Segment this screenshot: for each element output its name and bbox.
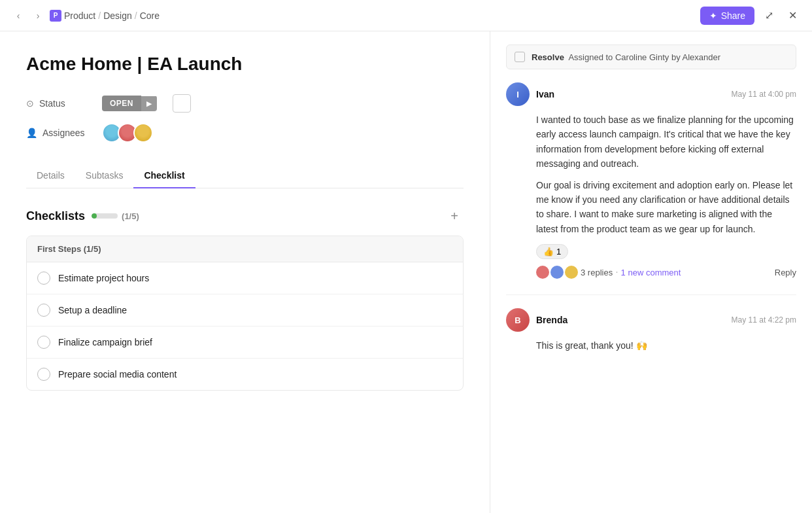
progress-bar	[92, 213, 118, 219]
checklist-item-text-1: Estimate project hours	[58, 273, 149, 283]
avatar-ivan: I	[506, 82, 530, 106]
top-bar: ‹ › P Product / Design / Core ✦ Share ⤢ …	[0, 0, 812, 31]
check-circle-1[interactable]	[37, 272, 50, 285]
replies-section: 3 replies · 1 new comment	[536, 266, 681, 279]
resolve-assigned-text: Assigned to Caroline Ginty by Alexander	[568, 52, 720, 62]
comment-divider	[506, 294, 796, 295]
progress-bar-wrap: (1/5)	[92, 211, 139, 221]
progress-fill	[92, 213, 97, 219]
comment-user-brenda: B Brenda	[506, 308, 567, 332]
reply-button-ivan[interactable]: Reply	[775, 268, 796, 277]
resolve-label: Resolve	[532, 52, 564, 62]
fullscreen-button[interactable]: ⤢	[760, 7, 778, 25]
breadcrumb-core[interactable]: Core	[140, 10, 160, 21]
progress-text: (1/5)	[122, 211, 139, 221]
resolve-checkbox[interactable]	[515, 52, 525, 62]
main-content: Acme Home | EA Launch ⊙ Status OPEN ▶ 👤 …	[0, 31, 812, 513]
close-button[interactable]: ✕	[783, 7, 802, 25]
avatar-brenda: B	[506, 308, 530, 332]
comment-body-p2: Our goal is driving excitement and adopt…	[536, 178, 796, 237]
tab-checklist[interactable]: Checklist	[133, 164, 195, 188]
status-icon: ⊙	[26, 98, 34, 109]
tiny-avatar-3	[565, 266, 578, 279]
checklist-item-text-3: Finalize campaign brief	[58, 337, 152, 347]
checklist-group-header: First Steps (1/5)	[27, 236, 463, 262]
check-circle-4[interactable]	[37, 368, 50, 381]
comment-ivan: I Ivan May 11 at 4:00 pm I wanted to tou…	[506, 82, 796, 279]
new-comment-link[interactable]: 1 new comment	[621, 268, 681, 277]
comment-body-brenda-p1: This is great, thank you! 🙌	[536, 338, 796, 353]
comment-name-brenda: Brenda	[536, 315, 567, 325]
avatar-3[interactable]	[133, 123, 153, 143]
share-icon: ✦	[709, 10, 717, 21]
assignees-label-text: Assignees	[42, 128, 85, 138]
replies-count[interactable]: 3 replies	[581, 268, 613, 277]
meta-fields: ⊙ Status OPEN ▶ 👤 Assignees	[26, 94, 464, 143]
breadcrumb-sep-2: /	[135, 10, 137, 21]
status-row: ⊙ Status OPEN ▶	[26, 94, 464, 113]
assignee-avatars[interactable]	[102, 123, 153, 143]
comment-body-ivan: I wanted to touch base as we finalize pl…	[506, 113, 796, 236]
check-circle-3[interactable]	[37, 336, 50, 349]
breadcrumb: P Product / Design / Core	[50, 10, 160, 22]
assignees-label: 👤 Assignees	[26, 128, 92, 138]
comment-footer-ivan: 3 replies · 1 new comment Reply	[506, 266, 796, 279]
reaction-count: 1	[556, 247, 561, 256]
add-checklist-button[interactable]: +	[445, 207, 464, 225]
check-circle-2[interactable]	[37, 304, 50, 317]
status-badge[interactable]: OPEN ▶	[102, 96, 157, 111]
comment-name-ivan: Ivan	[536, 89, 554, 99]
tabs: Details Subtasks Checklist	[26, 164, 464, 188]
checklist-group: First Steps (1/5) Estimate project hours…	[26, 236, 464, 391]
checklist-item-text-2: Setup a deadline	[58, 305, 127, 315]
right-panel: Resolve Assigned to Caroline Ginty by Al…	[490, 31, 812, 513]
comment-header-brenda: B Brenda May 11 at 4:22 pm	[506, 308, 796, 332]
reply-avatars	[536, 266, 578, 279]
breadcrumb-sep-1: /	[98, 10, 101, 21]
checklist-item[interactable]: Estimate project hours	[27, 262, 463, 294]
status-dropdown-arrow: ▶	[141, 96, 157, 111]
tab-subtasks[interactable]: Subtasks	[75, 164, 134, 188]
comment-header-ivan: I Ivan May 11 at 4:00 pm	[506, 82, 796, 106]
reaction-emoji: 👍	[543, 247, 554, 256]
task-title: Acme Home | EA Launch	[26, 52, 464, 76]
top-bar-left: ‹ › P Product / Design / Core	[10, 8, 160, 24]
status-text: OPEN	[102, 96, 141, 111]
dot-sep: ·	[615, 266, 618, 278]
checklist-item-text-4: Prepare social media content	[58, 369, 177, 380]
comment-body-brenda: This is great, thank you! 🙌	[506, 338, 796, 353]
tab-details[interactable]: Details	[26, 164, 75, 188]
top-bar-right: ✦ Share ⤢ ✕	[700, 7, 802, 25]
nav-forward[interactable]: ›	[30, 8, 46, 24]
checklist-item-3[interactable]: Finalize campaign brief	[27, 327, 463, 359]
checklist-section-header: Checklists (1/5) +	[26, 207, 464, 225]
assignees-row: 👤 Assignees	[26, 123, 464, 143]
nav-back[interactable]: ‹	[10, 8, 26, 24]
tiny-avatar-1	[536, 266, 549, 279]
comment-body-p1: I wanted to touch base as we finalize pl…	[536, 113, 796, 171]
checklist-item-2[interactable]: Setup a deadline	[27, 294, 463, 327]
status-check[interactable]	[173, 94, 191, 113]
checklists-title: Checklists (1/5)	[26, 209, 139, 223]
comment-time-brenda: May 11 at 4:22 pm	[732, 315, 796, 325]
resolve-bar: Resolve Assigned to Caroline Ginty by Al…	[506, 44, 796, 69]
comment-brenda: B Brenda May 11 at 4:22 pm This is great…	[506, 308, 796, 353]
checklist-item-4[interactable]: Prepare social media content	[27, 359, 463, 390]
checklists-title-text: Checklists	[26, 209, 85, 223]
breadcrumb-product[interactable]: Product	[64, 10, 95, 21]
comment-time-ivan: May 11 at 4:00 pm	[732, 90, 796, 99]
status-label: ⊙ Status	[26, 98, 92, 109]
comment-user-ivan: I Ivan	[506, 82, 554, 106]
resolve-text: Resolve Assigned to Caroline Ginty by Al…	[532, 52, 720, 62]
assignees-icon: 👤	[26, 128, 37, 138]
left-panel: Acme Home | EA Launch ⊙ Status OPEN ▶ 👤 …	[0, 31, 490, 513]
product-icon: P	[50, 10, 61, 22]
reaction-thumbsup[interactable]: 👍 1	[536, 244, 568, 259]
tiny-avatar-2	[550, 266, 564, 279]
share-label: Share	[721, 10, 745, 21]
status-label-text: Status	[39, 98, 65, 109]
share-button[interactable]: ✦ Share	[700, 7, 754, 25]
breadcrumb-design[interactable]: Design	[103, 10, 132, 21]
